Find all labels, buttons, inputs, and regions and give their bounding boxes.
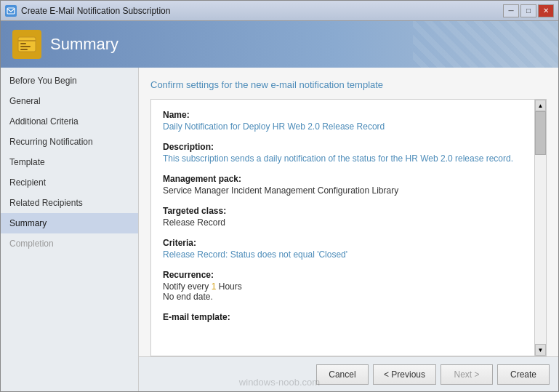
criteria-label: Criteria: [163,238,523,248]
sidebar-item-additional-criteria[interactable]: Additional Criteria [1,111,138,132]
sidebar-item-general[interactable]: General [1,91,138,111]
scroll-content[interactable]: Name: Daily Notification for Deploy HR W… [151,100,534,356]
scrollbar-up-button[interactable]: ▲ [535,100,546,111]
scrollbar-down-button[interactable]: ▼ [535,344,546,356]
name-value: Daily Notification for Deploy HR Web 2.0… [163,121,523,132]
scrollbar-track: ▲ ▼ [534,100,546,356]
criteria-field-block: Criteria: Release Record: Status does no… [163,238,523,260]
app-icon [5,5,17,17]
sidebar-item-template[interactable]: Template [1,152,138,172]
name-label: Name: [163,110,523,120]
targeted-class-label: Targeted class: [163,206,523,216]
recurrence-notify-text: Notify every [163,281,212,292]
close-button[interactable]: ✕ [538,4,554,17]
recurrence-value-line2: No end date. [163,292,523,302]
sidebar-item-recipient[interactable]: Recipient [1,172,138,193]
scrollbar-thumb-area [535,111,546,344]
targeted-class-value: Release Record [163,217,523,228]
title-bar: Create E-Mail Notification Subscription … [1,1,558,21]
description-text-before: This subscription sends a daily notifica… [163,153,406,164]
management-pack-label: Management pack: [163,174,523,184]
sidebar-item-recurring-notification[interactable]: Recurring Notification [1,132,138,152]
sidebar-item-completion: Completion [1,233,138,254]
recurrence-value-line1: Notify every 1 Hours [163,281,523,292]
svg-rect-3 [20,43,26,44]
targeted-class-field-block: Targeted class: Release Record [163,206,523,228]
previous-button[interactable]: < Previous [373,364,436,385]
sidebar-item-related-recipients[interactable]: Related Recipients [1,193,138,213]
description-highlight: HR Web 2.0 [406,153,453,164]
svg-rect-0 [7,8,15,14]
main-window: Create E-Mail Notification Subscription … [0,0,559,392]
cancel-button[interactable]: Cancel [316,364,369,385]
header-band: Summary [1,21,558,68]
create-button[interactable]: Create [497,364,550,385]
footer: Cancel < Previous Next > Create [139,356,558,391]
next-button: Next > [441,364,493,385]
window-title: Create E-Mail Notification Subscription [21,6,170,16]
maximize-button[interactable]: □ [520,4,536,17]
recurrence-field-block: Recurrence: Notify every 1 Hours No end … [163,270,523,302]
recurrence-hours-text: Hours [216,281,241,292]
content-inner: Confirm settings for the new e-mail noti… [139,68,558,356]
scrollbar-thumb[interactable] [535,111,546,155]
description-value: This subscription sends a daily notifica… [163,153,523,164]
management-pack-value: Service Manager Incident Management Conf… [163,185,523,196]
minimize-button[interactable]: ─ [503,4,519,17]
sidebar: Before You Begin General Additional Crit… [1,68,139,391]
title-bar-buttons: ─ □ ✕ [503,4,554,17]
sidebar-item-summary[interactable]: Summary [1,213,138,233]
sidebar-item-before-you-begin[interactable]: Before You Begin [1,71,138,91]
svg-rect-5 [20,49,28,50]
management-pack-field-block: Management pack: Service Manager Inciden… [163,174,523,196]
email-template-label: E-mail template: [163,312,523,322]
recurrence-label: Recurrence: [163,270,523,280]
scroll-panel: Name: Daily Notification for Deploy HR W… [150,99,547,356]
header-icon [12,30,41,59]
svg-rect-2 [18,40,36,41]
email-template-field-block: E-mail template: [163,312,523,322]
criteria-value: Release Record: Status does not equal 'C… [163,249,523,260]
title-bar-left: Create E-Mail Notification Subscription [5,5,170,17]
description-field-block: Description: This subscription sends a d… [163,142,523,164]
content-area: Confirm settings for the new e-mail noti… [139,68,558,391]
confirm-heading: Confirm settings for the new e-mail noti… [150,79,547,90]
description-text-after: release record. [453,153,513,164]
svg-rect-4 [20,46,31,47]
name-field-block: Name: Daily Notification for Deploy HR W… [163,110,523,132]
header-title: Summary [50,35,118,54]
description-label: Description: [163,142,523,152]
main-content: Before You Begin General Additional Crit… [1,68,558,391]
